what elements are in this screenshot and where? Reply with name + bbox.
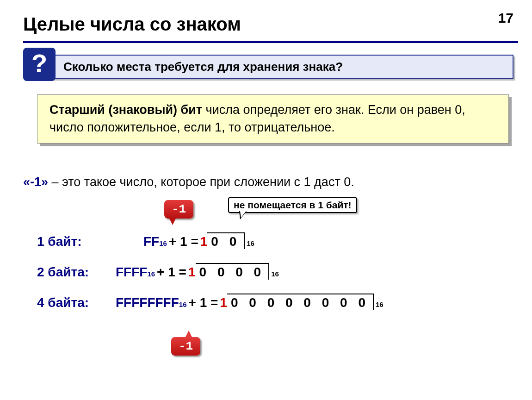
- result-sub: 16: [376, 300, 384, 308]
- result-box: 0 0 0 0: [196, 263, 270, 280]
- byte-label: 1 байт:: [37, 234, 116, 249]
- calc-row-1byte: 1 байт: FF16 + 1 = 1 0 0 16: [37, 232, 513, 249]
- overflow-bit: 1: [188, 265, 196, 280]
- hex-value: FFFFFFFF: [116, 295, 179, 310]
- calc-row-4bytes: 4 байта: FFFFFFFF16 + 1 = 1 0 0 0 0 0 0 …: [37, 294, 513, 310]
- hex-sub: 16: [159, 239, 167, 247]
- result-box: 0 0: [207, 232, 245, 249]
- info-bold: Старший (знаковый) бит: [49, 103, 202, 117]
- hex-value: FFFF: [116, 265, 147, 280]
- overflow-bit: 1: [200, 234, 208, 249]
- overflow-bit: 1: [220, 295, 227, 310]
- callout-bubble: -1: [171, 337, 200, 356]
- calculations-area: -1 не помещается в 1 байт! 1 байт: FF16 …: [37, 199, 513, 310]
- question-box: Сколько места требуется для хранения зна…: [49, 55, 513, 79]
- para-accent: «-1»: [23, 175, 48, 189]
- calc-row-2bytes: 2 байта: FFFF16 + 1 = 1 0 0 0 0 16: [37, 263, 513, 280]
- info-box: Старший (знаковый) бит числа определяет …: [37, 94, 509, 144]
- result-sub: 16: [247, 239, 254, 247]
- callout-bubble: -1: [164, 200, 193, 219]
- note-callout: не помещается в 1 байт!: [228, 197, 357, 213]
- result-box: 0 0 0 0 0 0 0 0: [227, 294, 374, 310]
- para-rest: – это такое число, которое при сложении …: [48, 175, 354, 189]
- byte-label: 4 байта:: [37, 295, 116, 310]
- hex-sub: 16: [179, 300, 187, 308]
- question-mark-icon: ?: [23, 48, 56, 81]
- operation: + 1 =: [169, 234, 198, 249]
- slide-title: Целые числа со знаком: [23, 14, 241, 35]
- hex-value: FF: [143, 234, 159, 249]
- explanation-paragraph: «-1» – это такое число, которое при слож…: [23, 175, 354, 189]
- operation: + 1 =: [189, 295, 218, 310]
- callout-minus1-bottom: -1: [171, 337, 200, 356]
- page-number: 17: [498, 10, 513, 26]
- question-text: Сколько места требуется для хранения зна…: [63, 60, 343, 74]
- result-sub: 16: [271, 270, 279, 278]
- byte-label: 2 байта:: [37, 265, 116, 280]
- callout-minus1-top: -1: [164, 200, 193, 219]
- hex-sub: 16: [147, 270, 155, 278]
- title-underline: [23, 41, 518, 43]
- operation: + 1 =: [157, 265, 186, 280]
